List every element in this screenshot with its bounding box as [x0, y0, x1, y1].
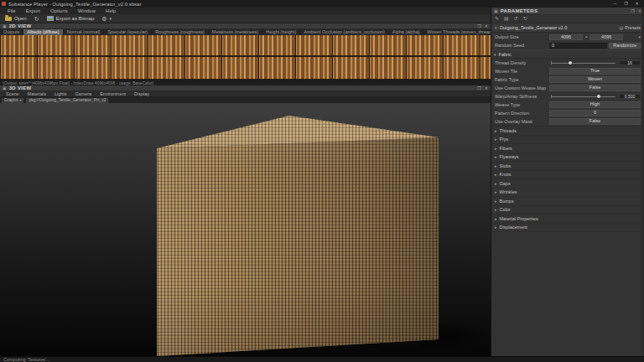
channel-tab[interactable]: Specular (specular)	[104, 29, 152, 35]
thread-density-row: Thread Density 16	[491, 59, 644, 67]
menu-item[interactable]: File	[3, 8, 21, 14]
export-bitmap-button[interactable]: Export as Bitmap	[47, 16, 95, 21]
slider-track	[551, 96, 615, 97]
chevron-down-icon: ▾	[19, 98, 21, 102]
section-label: Wrinkles	[500, 189, 517, 194]
warp-stiffness-slider[interactable]: 0.500	[549, 93, 641, 101]
param-label: Thread Density	[495, 60, 547, 65]
menu-item[interactable]: Help	[101, 8, 121, 14]
link-icon[interactable]: ⚭	[584, 34, 588, 39]
close-panel-icon[interactable]: ✕	[638, 8, 641, 13]
menu-item[interactable]: Export	[21, 8, 45, 14]
section-header[interactable]: ▸ Plys	[491, 136, 644, 145]
close-panel-icon[interactable]: ✕	[485, 23, 488, 28]
float-panel-icon[interactable]: ❐	[477, 85, 480, 90]
section-header[interactable]: ▸ Wrinkles	[491, 189, 644, 198]
maximize-icon[interactable]: ❐	[621, 0, 631, 8]
warp-stiffness-row: Warp/Array Stiffness 0.500	[491, 92, 644, 101]
view2d-header[interactable]: ▣ 2D VIEW ❐ ✕	[0, 23, 491, 29]
section-header[interactable]: ▸ Flyaways	[491, 153, 644, 163]
viewport-3d-canvas[interactable]	[0, 103, 491, 356]
close-panel-icon[interactable]: ✕	[485, 85, 488, 90]
title-bar[interactable]: Substance Player - Outgoing_Textile_Gene…	[0, 0, 644, 8]
param-label: Woven Tile	[495, 69, 547, 74]
weave-type-dropdown[interactable]: High	[549, 101, 641, 108]
fabric-section-header[interactable]: ▾ Fabric	[491, 49, 644, 59]
chevron-right-icon: ▸	[495, 137, 497, 142]
channel-tab[interactable]: Normal (normal)	[64, 29, 105, 35]
menu-bar: FileExportOptionsWindowHelp	[0, 8, 493, 14]
channel-tab[interactable]: Roughness (roughness)	[152, 29, 209, 35]
custom-weave-map-toggle[interactable]: False	[549, 85, 641, 91]
undo-icon[interactable]: ↺	[514, 15, 518, 23]
param-label: Weave Type	[495, 102, 547, 107]
slider-handle[interactable]	[597, 95, 601, 99]
channel-tab[interactable]: Outputs	[0, 29, 23, 35]
chevron-right-icon: ▸	[495, 207, 497, 212]
channel-tab[interactable]: Ambient Occlusion (ambient_occlusion)	[300, 29, 389, 35]
view3d-menu-item[interactable]: Camera	[71, 91, 96, 97]
section-label: Color	[500, 207, 511, 212]
chevron-down-icon[interactable]: ▾	[638, 34, 641, 39]
param-label: Pattern Direction	[495, 111, 547, 116]
export-settings-button[interactable]: ⚙ ▾	[101, 16, 112, 22]
list-icon[interactable]: ▤	[504, 15, 509, 23]
output-size-height-dropdown[interactable]: 4096	[589, 34, 623, 40]
app-logo-icon	[2, 2, 6, 6]
random-seed-field[interactable]: 0	[549, 43, 607, 49]
texture-2d-canvas[interactable]	[0, 35, 491, 80]
close-icon[interactable]: ✕	[631, 0, 642, 8]
woven-tile-toggle[interactable]: True	[549, 68, 641, 75]
channel-tab[interactable]: Woven Threads (woven_threads)	[424, 29, 491, 35]
menu-item[interactable]: Options	[45, 8, 73, 14]
graph-path-dropdown[interactable]: pkg://Outgoing_Textile_Generator_Prt_v2	[26, 98, 108, 103]
menu-item[interactable]: Window	[73, 8, 101, 14]
channel-tab[interactable]: Metalness (metalness)	[209, 29, 262, 35]
parameters-header[interactable]: ▣ PARAMETERS ❐ ✕	[491, 8, 644, 15]
view3d-menu-item[interactable]: Display	[130, 91, 153, 97]
slider-track	[551, 63, 615, 64]
section-header[interactable]: ▸ Threads	[491, 127, 644, 136]
pattern-direction-field[interactable]: 0	[549, 110, 641, 116]
section-header[interactable]: ▸ Bumps	[491, 197, 644, 206]
view3d-menu-item[interactable]: Environment	[96, 91, 130, 97]
refresh-icon[interactable]: ↻	[34, 16, 39, 22]
chevron-down-icon: ▾	[494, 52, 496, 57]
channel-tab[interactable]: Height (height)	[262, 29, 300, 35]
float-panel-icon[interactable]: ❐	[631, 8, 634, 13]
channel-tab[interactable]: Albedo (diffuse)	[23, 29, 63, 35]
view3d-menu-item[interactable]: Materials	[23, 91, 50, 97]
view3d-menu-item[interactable]: Lights	[50, 91, 71, 97]
status-bar: Computing 'Textures'...	[0, 356, 644, 362]
section-header[interactable]: ▸ Gaps	[491, 179, 644, 189]
slider-value[interactable]: 0.500	[619, 94, 641, 100]
fabric-section-title: Fabric	[499, 52, 512, 57]
open-button[interactable]: Open	[5, 16, 27, 21]
redo-icon[interactable]: ↻	[523, 15, 527, 23]
view3d-menu-item[interactable]: Scene	[2, 91, 23, 97]
float-panel-icon[interactable]: ❐	[477, 23, 480, 28]
random-seed-row: Random Seed 0 Randomize	[491, 41, 644, 49]
graph-title-row[interactable]: ▾ Outgoing_Textile_Generator v2.0 ▤ Pres…	[491, 23, 644, 33]
chevron-right-icon: ▸	[495, 154, 497, 159]
section-header[interactable]: ▸ Color	[491, 206, 644, 215]
edit-icon[interactable]: ✎	[495, 15, 499, 23]
output-size-width-dropdown[interactable]: 4096	[549, 34, 583, 40]
section-header[interactable]: ▸ Material Properties	[491, 215, 644, 224]
slider-value[interactable]: 16	[619, 60, 641, 66]
section-header[interactable]: ▸ Knots	[491, 171, 644, 180]
section-header[interactable]: ▸ Displacement	[491, 224, 644, 233]
section-header[interactable]: ▸ Slubs	[491, 162, 644, 171]
minimize-icon[interactable]: ─	[610, 0, 621, 8]
slider-handle[interactable]	[569, 61, 573, 65]
randomize-button[interactable]: Randomize	[609, 43, 641, 49]
fabric-type-dropdown[interactable]: Woven	[549, 76, 641, 83]
graphs-dropdown[interactable]: Graphs ▾	[2, 98, 23, 103]
thread-density-slider[interactable]: 16	[549, 59, 641, 67]
channel-tab[interactable]: Alpha (alpha)	[389, 29, 424, 35]
presets-button[interactable]: ▤ Presets	[620, 25, 641, 30]
section-header[interactable]: ▸ Fibers	[491, 144, 644, 153]
section-label: Plys	[500, 137, 508, 142]
overlay-mask-toggle[interactable]: False	[549, 118, 641, 125]
chevron-right-icon: ▸	[495, 181, 497, 186]
